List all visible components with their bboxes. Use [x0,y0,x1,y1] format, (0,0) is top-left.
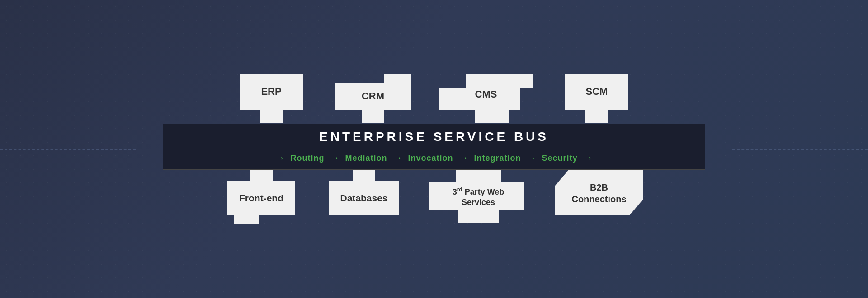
cms-container: CMS [439,74,533,124]
svg-rect-1 [260,110,283,123]
cms-label: CMS [475,88,497,100]
esb-banner: ENTERPRISE SERVICE BUS → Routing → Media… [163,124,705,170]
main-container: ERP CRM CMS [0,0,868,298]
bottom-boxes-row: Front-end Databases 3rd Party Web [223,170,646,224]
svg-marker-13 [555,170,643,215]
thirdparty-box: 3rd Party Web Services [429,170,528,224]
pipeline-arrow-2: → [330,152,340,164]
databases-container: Databases [327,170,401,219]
esb-pipeline: → Routing → Mediation → Invocation → Int… [163,149,705,169]
svg-rect-7 [250,170,273,181]
b2b-label-line1: B2B [590,182,608,192]
scm-box: SCM [561,74,633,124]
pipeline-arrow-6: → [583,152,593,164]
frontend-container: Front-end [223,170,300,224]
erp-label: ERP [261,86,281,97]
top-boxes-row: ERP CRM CMS [235,74,633,124]
pipeline-label-routing: Routing [290,154,324,163]
scm-label: SCM [586,86,608,97]
pipeline-arrow-5: → [526,152,536,164]
crm-label: CRM [362,90,384,102]
svg-rect-6 [585,110,608,123]
pipeline-label-mediation: Mediation [345,154,387,163]
erp-container: ERP [235,74,307,124]
b2b-label-line2: Connections [571,194,626,204]
svg-rect-9 [234,215,259,224]
pipeline-label-invocation: Invocation [408,154,453,163]
databases-label: Databases [340,193,387,203]
pipeline-arrow-1: → [275,152,285,164]
esb-title: ENTERPRISE SERVICE BUS [319,130,549,144]
pipeline-arrow-4: → [458,152,468,164]
frontend-label: Front-end [239,193,283,203]
pipeline-arrow-3: → [392,152,402,164]
cms-box: CMS [439,74,533,124]
svg-rect-3 [362,110,384,123]
side-line-left [0,149,136,150]
thirdparty-label-line2: Services [461,198,495,207]
crm-container: CRM [335,74,411,124]
scm-container: SCM [561,74,633,124]
erp-box: ERP [235,74,307,124]
pipeline-label-integration: Integration [474,154,521,163]
thirdparty-container: 3rd Party Web Services [429,170,528,224]
b2b-box: B2B Connections [555,170,646,219]
databases-box: Databases [327,170,401,219]
pipeline-label-security: Security [542,154,577,163]
frontend-box: Front-end [223,170,300,224]
crm-box: CRM [335,74,411,124]
svg-rect-10 [353,170,375,181]
side-line-right [732,149,868,150]
svg-marker-12 [429,170,524,223]
b2b-container: B2B Connections [555,170,646,219]
